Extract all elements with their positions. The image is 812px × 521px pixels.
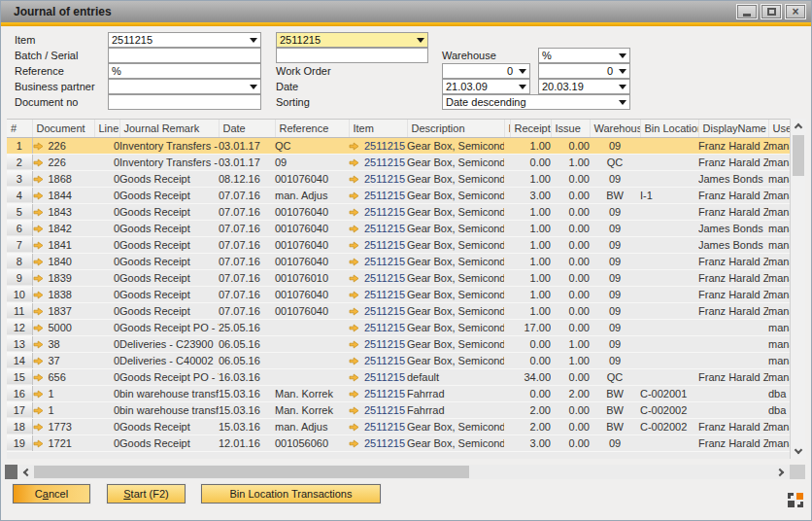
cell-num[interactable]: 14 [7,352,32,368]
column-header-item[interactable]: Item [349,120,407,137]
link-arrow-icon[interactable] [33,175,44,184]
link-arrow-icon[interactable] [33,406,44,415]
link-arrow-icon[interactable] [33,357,44,365]
link-arrow-icon[interactable] [349,390,359,399]
link-arrow-icon[interactable] [33,423,44,432]
link-arrow-icon[interactable] [33,208,44,217]
link-arrow-icon[interactable] [33,225,44,233]
item-combo[interactable]: 2511215 [108,32,261,48]
table-row[interactable]: 1018380Goods Receipt07.07.16001076040251… [7,286,790,302]
start-button[interactable]: Start (F2) [107,484,186,504]
table-row[interactable]: 12260Inventory Transfers -03.01.17QC2511… [7,137,790,154]
chevron-down-icon[interactable] [619,69,626,74]
cell-num[interactable]: 1 [7,137,32,154]
link-arrow-icon[interactable] [349,291,359,299]
link-arrow-icon[interactable] [349,439,359,448]
link-arrow-icon[interactable] [349,340,359,349]
link-arrow-icon[interactable] [349,258,359,266]
table-row[interactable]: 156560Goods Receipt PO - V1016.03.162511… [7,368,790,385]
work-order-from[interactable]: 0 [442,63,530,79]
chevron-down-icon[interactable] [250,85,257,89]
chevron-down-icon[interactable] [519,69,526,74]
cell-num[interactable]: 11 [7,302,32,319]
batch-serial-input[interactable] [108,48,261,63]
expand-form-icon[interactable] [788,493,803,507]
vertical-scroll-thumb[interactable] [793,135,804,176]
item-combo-2[interactable]: 2511215 [276,32,428,48]
column-header-remark[interactable]: Journal Remark [119,120,219,137]
table-row[interactable]: 418440Goods Receipt07.07.16man. Adjus251… [7,187,790,203]
cell-num[interactable]: 2 [7,154,32,170]
table-row[interactable]: 1250000Goods Receipt PO - V2025.05.16251… [7,319,790,335]
reference-input[interactable]: % [108,63,261,79]
table-row[interactable]: 1610bin warehouse transfer15.03.16Man. K… [7,385,790,401]
cell-num[interactable]: 19 [7,434,32,451]
link-arrow-icon[interactable] [349,191,359,200]
column-header-display_name[interactable]: DisplayName [698,120,768,137]
link-arrow-icon[interactable] [33,324,44,332]
link-arrow-icon[interactable] [349,158,359,167]
cell-num[interactable]: 10 [7,286,32,302]
link-arrow-icon[interactable] [349,406,359,415]
horizontal-scrollbar[interactable] [5,465,805,479]
date-from-combo[interactable]: 21.03.09 [442,79,530,94]
table-row[interactable]: 718410Goods Receipt07.07.160010760402511… [7,236,790,253]
link-arrow-icon[interactable] [33,291,44,299]
table-row[interactable]: 22260Inventory Transfers -03.01.17092511… [7,154,790,170]
column-header-reference[interactable]: Reference [275,120,349,137]
cell-num[interactable]: 4 [7,187,32,203]
maximize-button[interactable] [761,4,782,19]
column-header-description[interactable]: Description [407,120,504,137]
close-button[interactable]: × [785,4,806,19]
link-arrow-icon[interactable] [33,439,44,448]
cell-num[interactable]: 16 [7,385,32,401]
column-header-num[interactable]: # [7,120,32,137]
table-row[interactable]: 14370Deliveries - C4000206.05.162511215G… [7,352,790,368]
scroll-down-button[interactable] [791,444,806,459]
link-arrow-icon[interactable] [33,241,44,250]
link-arrow-icon[interactable] [33,373,44,382]
date-to-combo[interactable]: 20.03.19 [538,79,630,94]
link-arrow-icon[interactable] [349,307,359,316]
link-arrow-icon[interactable] [349,225,359,233]
table-row[interactable]: 1118370Goods Receipt07.07.16001076040251… [7,302,790,319]
cancel-button[interactable]: Cancel [13,484,90,504]
split-handle[interactable] [5,465,17,479]
chevron-down-icon[interactable] [417,38,424,43]
cell-num[interactable]: 5 [7,203,32,220]
link-arrow-icon[interactable] [33,340,44,349]
link-arrow-icon[interactable] [349,208,359,217]
document-no-input[interactable] [108,94,261,110]
link-arrow-icon[interactable] [349,373,359,382]
vertical-scrollbar[interactable] [790,119,805,459]
table-row[interactable]: 1710bin warehouse transfer15.03.16Man. K… [7,401,790,418]
cell-num[interactable]: 13 [7,335,32,352]
table-row[interactable]: 618420Goods Receipt07.07.160010760402511… [7,220,790,236]
table-row[interactable]: 1917210Goods Receipt12.01.16001056060251… [7,434,790,451]
link-arrow-icon[interactable] [349,175,359,184]
scroll-right-button[interactable] [774,465,789,479]
chevron-down-icon[interactable] [250,38,257,43]
column-header-issue[interactable]: Issue [551,120,590,137]
cell-num[interactable]: 9 [7,269,32,286]
horizontal-scroll-thumb[interactable] [34,466,469,478]
column-header-date[interactable]: Date [219,120,275,137]
link-arrow-icon[interactable] [349,324,359,332]
link-arrow-icon[interactable] [33,390,44,399]
table-row[interactable]: 818400Goods Receipt07.07.160010760402511… [7,253,790,269]
cell-num[interactable]: 12 [7,319,32,335]
warehouse-combo[interactable]: % [538,48,630,63]
link-arrow-icon[interactable] [33,258,44,266]
cell-num[interactable]: 8 [7,253,32,269]
scroll-left-button[interactable] [18,465,33,479]
scroll-up-button[interactable] [791,119,806,133]
link-arrow-icon[interactable] [349,241,359,250]
batch-serial-input-2[interactable] [276,48,428,63]
sorting-combo[interactable]: Date descending [442,94,630,110]
chevron-down-icon[interactable] [619,85,626,89]
link-arrow-icon[interactable] [33,274,44,283]
cell-num[interactable]: 6 [7,220,32,236]
cell-num[interactable]: 18 [7,418,32,434]
column-header-warehouse[interactable]: Warehouse [590,120,640,137]
table-row[interactable]: 318680Goods Receipt08.12.160010760402511… [7,170,790,187]
